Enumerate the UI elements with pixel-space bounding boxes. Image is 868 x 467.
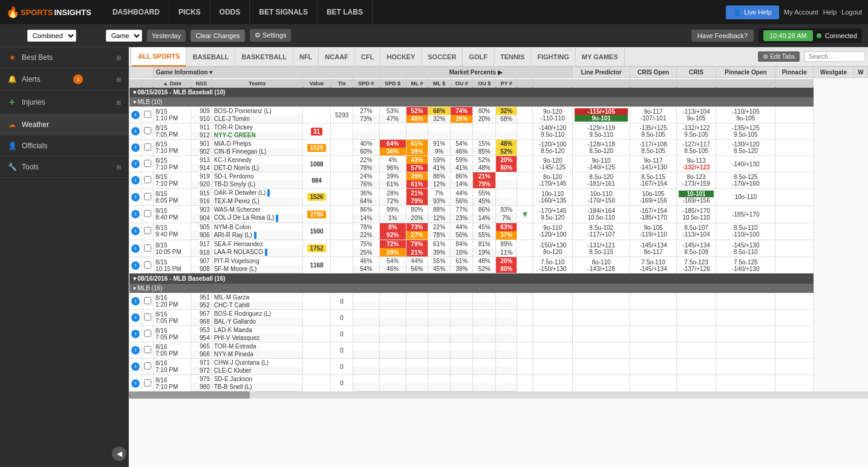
info-cell[interactable]: i xyxy=(129,156,142,172)
row-checkbox[interactable] xyxy=(144,379,151,387)
info-button[interactable]: i xyxy=(131,176,140,185)
info-cell[interactable]: i xyxy=(129,240,142,257)
info-button[interactable]: i xyxy=(131,127,140,136)
info-button[interactable]: i xyxy=(131,379,140,388)
info-cell[interactable]: i xyxy=(129,257,142,273)
logout-link[interactable]: Logout xyxy=(841,8,862,16)
tab-cfl[interactable]: CFL xyxy=(355,47,380,67)
info-button[interactable]: i xyxy=(131,210,140,218)
live-help-button[interactable]: 👤 Live Help xyxy=(726,5,779,19)
tab-baseball[interactable]: BASEBALL xyxy=(186,47,235,67)
nav-dashboard[interactable]: DASHBOARD xyxy=(103,0,169,24)
row-checkbox[interactable] xyxy=(144,111,151,118)
tab-soccer[interactable]: SOCCER xyxy=(422,47,463,67)
row-checkbox[interactable] xyxy=(144,330,151,337)
checkbox-cell[interactable] xyxy=(142,123,154,140)
checkbox-cell[interactable] xyxy=(142,375,154,391)
info-button[interactable]: i xyxy=(131,244,140,253)
info-button[interactable]: i xyxy=(131,313,140,322)
checkbox-cell[interactable] xyxy=(142,206,154,223)
tab-golf[interactable]: GOLF xyxy=(463,47,494,67)
info-cell[interactable]: i xyxy=(129,140,142,156)
nav-bet-labs[interactable]: BET LABS xyxy=(318,0,373,24)
row-checkbox[interactable] xyxy=(144,244,151,252)
info-cell[interactable]: i xyxy=(129,107,142,123)
info-button[interactable]: i xyxy=(131,160,140,168)
tab-nfl[interactable]: NFL xyxy=(293,47,319,67)
checkbox-cell[interactable] xyxy=(142,293,154,310)
row-checkbox[interactable] xyxy=(144,362,151,370)
row-checkbox[interactable] xyxy=(144,210,151,217)
sidebar-item-injuries[interactable]: + Injuries ⊞ xyxy=(0,91,128,114)
info-button[interactable]: i xyxy=(131,362,140,371)
col-date[interactable]: ▲ Date xyxy=(154,79,191,88)
sidebar-item-alerts[interactable]: 🔔 Alerts 1 ⊞ xyxy=(0,68,128,91)
info-cell[interactable]: i xyxy=(129,293,142,310)
row-checkbox[interactable] xyxy=(144,261,151,269)
tab-my-games[interactable]: MY GAMES xyxy=(576,47,625,67)
info-cell[interactable]: i xyxy=(129,189,142,206)
checkbox-cell[interactable] xyxy=(142,140,154,156)
info-cell[interactable]: i xyxy=(129,223,142,240)
info-cell[interactable]: i xyxy=(129,123,142,140)
checkbox-cell[interactable] xyxy=(142,240,154,257)
tab-basketball[interactable]: BASKETBALL xyxy=(235,47,293,67)
info-button[interactable]: i xyxy=(131,261,140,270)
checkbox-cell[interactable] xyxy=(142,223,154,240)
info-button[interactable]: i xyxy=(131,111,140,119)
checkbox-cell[interactable] xyxy=(142,326,154,342)
tab-tennis[interactable]: TENNIS xyxy=(494,47,531,67)
sidebar-item-tools[interactable]: 🔧 Tools ⊞ xyxy=(0,157,128,178)
checkbox-cell[interactable] xyxy=(142,156,154,172)
row-checkbox[interactable] xyxy=(144,160,151,167)
checkbox-cell[interactable] xyxy=(142,107,154,123)
row-checkbox[interactable] xyxy=(144,193,151,200)
info-cell[interactable]: i xyxy=(129,342,142,359)
row-checkbox[interactable] xyxy=(144,346,151,353)
info-cell[interactable]: i xyxy=(129,359,142,375)
checkbox-cell[interactable] xyxy=(142,257,154,273)
info-button[interactable]: i xyxy=(131,330,140,338)
help-link[interactable]: Help xyxy=(823,8,837,16)
row-checkbox[interactable] xyxy=(144,143,151,151)
row-checkbox[interactable] xyxy=(144,313,151,321)
tab-all-sports[interactable]: ALL SPORTS xyxy=(132,47,186,67)
info-cell[interactable]: i xyxy=(129,310,142,326)
view-select[interactable]: Combined xyxy=(27,30,76,42)
checkbox-cell[interactable] xyxy=(142,189,154,206)
sidebar-item-officials[interactable]: 👤 Officials xyxy=(0,136,128,157)
info-button[interactable]: i xyxy=(131,297,140,305)
info-button[interactable]: i xyxy=(131,193,140,201)
info-cell[interactable]: i xyxy=(129,326,142,342)
feedback-button[interactable]: Have Feedback? xyxy=(691,30,754,42)
info-cell[interactable]: i xyxy=(129,172,142,189)
yesterday-button[interactable]: Yesterday xyxy=(147,30,186,42)
info-cell[interactable]: i xyxy=(129,375,142,391)
clear-changes-button[interactable]: Clear Changes xyxy=(191,30,244,42)
checkbox-cell[interactable] xyxy=(142,172,154,189)
checkbox-cell[interactable] xyxy=(142,310,154,326)
tab-ncaaf[interactable]: NCAAF xyxy=(319,47,355,67)
nav-odds[interactable]: ODDS xyxy=(210,0,250,24)
tab-hockey[interactable]: HOCKEY xyxy=(380,47,422,67)
info-button[interactable]: i xyxy=(131,346,140,354)
info-cell[interactable]: i xyxy=(129,206,142,223)
sidebar-item-best-bets[interactable]: ★ Best Bets ⊞ xyxy=(0,47,128,68)
game-select[interactable]: Game xyxy=(106,30,142,42)
row-checkbox[interactable] xyxy=(144,297,151,304)
nav-bet-signals[interactable]: BET SIGNALS xyxy=(250,0,318,24)
col-header-game-info[interactable]: Game Information ▾ xyxy=(154,67,380,78)
search-input[interactable] xyxy=(804,51,865,62)
edit-tabs-button[interactable]: ⚙ Edit Tabs xyxy=(758,51,800,62)
row-checkbox[interactable] xyxy=(144,127,151,134)
nav-picks[interactable]: PICKS xyxy=(169,0,210,24)
info-button[interactable]: i xyxy=(131,143,140,152)
tab-fighting[interactable]: FIGHTING xyxy=(531,47,576,67)
row-checkbox[interactable] xyxy=(144,176,151,183)
checkbox-cell[interactable] xyxy=(142,342,154,359)
row-checkbox[interactable] xyxy=(144,227,151,234)
info-button[interactable]: i xyxy=(131,227,140,235)
sidebar-item-weather[interactable]: ☁ Weather xyxy=(0,114,128,136)
settings-button[interactable]: ⚙ Settings xyxy=(250,29,292,42)
checkbox-cell[interactable] xyxy=(142,359,154,375)
